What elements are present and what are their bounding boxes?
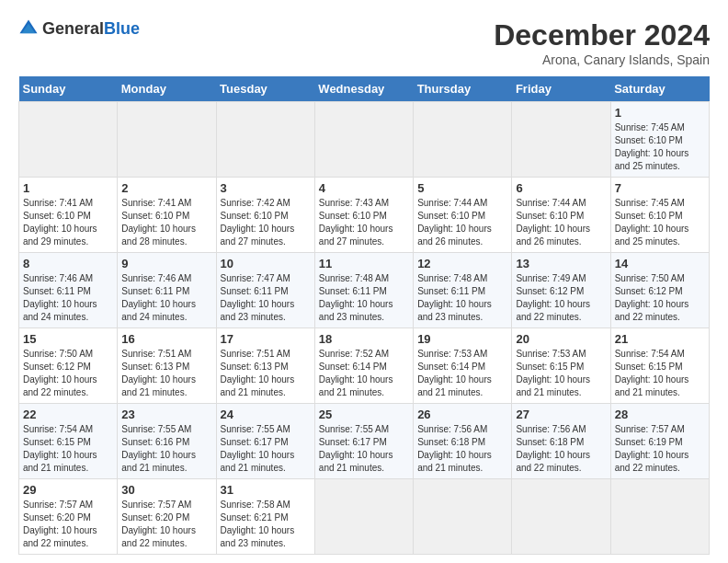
day-info: Sunrise: 7:44 AMSunset: 6:10 PMDaylight:… bbox=[516, 198, 590, 247]
day-number: 25 bbox=[319, 408, 409, 421]
day-number: 16 bbox=[121, 332, 211, 346]
day-number: 26 bbox=[417, 408, 507, 421]
day-info: Sunrise: 7:50 AMSunset: 6:12 PMDaylight:… bbox=[615, 273, 689, 322]
day-number: 1 bbox=[23, 181, 113, 195]
day-number: 10 bbox=[221, 257, 311, 270]
calendar-cell: 22Sunrise: 7:54 AMSunset: 6:15 PMDayligh… bbox=[19, 404, 118, 479]
calendar-cell: 11Sunrise: 7:48 AMSunset: 6:11 PMDayligh… bbox=[314, 253, 413, 328]
day-info: Sunrise: 7:41 AMSunset: 6:10 PMDaylight:… bbox=[121, 198, 196, 247]
day-info: Sunrise: 7:56 AMSunset: 6:18 PMDaylight:… bbox=[516, 424, 590, 473]
day-info: Sunrise: 7:53 AMSunset: 6:14 PMDaylight:… bbox=[417, 349, 492, 397]
day-info: Sunrise: 7:45 AMSunset: 6:10 PMDaylight:… bbox=[615, 198, 689, 247]
calendar-table: SundayMondayTuesdayWednesdayThursdayFrid… bbox=[18, 76, 710, 555]
calendar-cell: 10Sunrise: 7:47 AMSunset: 6:11 PMDayligh… bbox=[216, 253, 314, 328]
day-info: Sunrise: 7:46 AMSunset: 6:11 PMDaylight:… bbox=[23, 273, 97, 322]
day-number: 18 bbox=[319, 332, 409, 346]
day-number: 23 bbox=[121, 408, 211, 421]
calendar-cell: 29Sunrise: 7:57 AMSunset: 6:20 PMDayligh… bbox=[19, 479, 118, 555]
day-info: Sunrise: 7:54 AMSunset: 6:15 PMDaylight:… bbox=[615, 349, 689, 397]
day-number: 6 bbox=[516, 181, 606, 195]
day-info: Sunrise: 7:49 AMSunset: 6:12 PMDaylight:… bbox=[516, 273, 590, 322]
calendar-cell: 16Sunrise: 7:51 AMSunset: 6:13 PMDayligh… bbox=[118, 328, 216, 404]
calendar-cell: 31Sunrise: 7:58 AMSunset: 6:21 PMDayligh… bbox=[216, 479, 314, 555]
calendar-cell: 14Sunrise: 7:50 AMSunset: 6:12 PMDayligh… bbox=[610, 253, 709, 328]
calendar-cell: 1Sunrise: 7:41 AMSunset: 6:10 PMDaylight… bbox=[19, 178, 118, 253]
header-monday: Monday bbox=[118, 76, 216, 102]
calendar-cell bbox=[19, 102, 118, 178]
calendar-cell bbox=[314, 102, 413, 178]
calendar-cell: 9Sunrise: 7:46 AMSunset: 6:11 PMDaylight… bbox=[118, 253, 216, 328]
calendar-cell: 6Sunrise: 7:44 AMSunset: 6:10 PMDaylight… bbox=[512, 178, 610, 253]
calendar-cell bbox=[216, 102, 314, 178]
calendar-cell: 19Sunrise: 7:53 AMSunset: 6:14 PMDayligh… bbox=[414, 328, 512, 404]
calendar-week-row: 1Sunrise: 7:45 AMSunset: 6:10 PMDaylight… bbox=[19, 102, 710, 178]
day-number: 22 bbox=[23, 408, 113, 421]
day-number: 13 bbox=[516, 257, 606, 270]
header-saturday: Saturday bbox=[610, 76, 709, 102]
day-info: Sunrise: 7:47 AMSunset: 6:11 PMDaylight:… bbox=[221, 273, 295, 322]
day-info: Sunrise: 7:45 AMSunset: 6:10 PMDaylight:… bbox=[615, 122, 689, 171]
calendar-cell: 8Sunrise: 7:46 AMSunset: 6:11 PMDaylight… bbox=[19, 253, 118, 328]
day-info: Sunrise: 7:57 AMSunset: 6:20 PMDaylight:… bbox=[121, 500, 196, 548]
day-info: Sunrise: 7:52 AMSunset: 6:14 PMDaylight:… bbox=[319, 349, 393, 397]
logo-icon bbox=[18, 18, 39, 39]
calendar-week-row: 1Sunrise: 7:41 AMSunset: 6:10 PMDaylight… bbox=[19, 178, 710, 253]
page-title: December 2024 bbox=[494, 18, 710, 52]
calendar-cell: 5Sunrise: 7:44 AMSunset: 6:10 PMDaylight… bbox=[414, 178, 512, 253]
header-wednesday: Wednesday bbox=[314, 76, 413, 102]
day-info: Sunrise: 7:42 AMSunset: 6:10 PMDaylight:… bbox=[221, 198, 295, 247]
calendar-cell: 20Sunrise: 7:53 AMSunset: 6:15 PMDayligh… bbox=[512, 328, 610, 404]
day-info: Sunrise: 7:51 AMSunset: 6:13 PMDaylight:… bbox=[121, 349, 196, 397]
day-number: 31 bbox=[221, 483, 311, 497]
calendar-cell: 18Sunrise: 7:52 AMSunset: 6:14 PMDayligh… bbox=[314, 328, 413, 404]
calendar-cell: 17Sunrise: 7:51 AMSunset: 6:13 PMDayligh… bbox=[216, 328, 314, 404]
calendar-cell: 13Sunrise: 7:49 AMSunset: 6:12 PMDayligh… bbox=[512, 253, 610, 328]
day-number: 3 bbox=[221, 181, 311, 195]
day-number: 30 bbox=[121, 483, 211, 497]
calendar-cell: 7Sunrise: 7:45 AMSunset: 6:10 PMDaylight… bbox=[610, 178, 709, 253]
calendar-cell: 21Sunrise: 7:54 AMSunset: 6:15 PMDayligh… bbox=[610, 328, 709, 404]
calendar-cell: 23Sunrise: 7:55 AMSunset: 6:16 PMDayligh… bbox=[118, 404, 216, 479]
day-info: Sunrise: 7:53 AMSunset: 6:15 PMDaylight:… bbox=[516, 349, 590, 397]
day-info: Sunrise: 7:44 AMSunset: 6:10 PMDaylight:… bbox=[417, 198, 492, 247]
day-info: Sunrise: 7:57 AMSunset: 6:19 PMDaylight:… bbox=[615, 424, 689, 473]
day-number: 12 bbox=[417, 257, 507, 270]
day-info: Sunrise: 7:50 AMSunset: 6:12 PMDaylight:… bbox=[23, 349, 97, 397]
page-subtitle: Arona, Canary Islands, Spain bbox=[494, 52, 710, 67]
calendar-cell bbox=[414, 479, 512, 555]
day-number: 5 bbox=[417, 181, 507, 195]
calendar-cell bbox=[118, 102, 216, 178]
title-block: December 2024 Arona, Canary Islands, Spa… bbox=[494, 18, 710, 67]
day-info: Sunrise: 7:48 AMSunset: 6:11 PMDaylight:… bbox=[319, 273, 393, 322]
calendar-cell bbox=[610, 479, 709, 555]
calendar-cell bbox=[314, 479, 413, 555]
calendar-cell: 4Sunrise: 7:43 AMSunset: 6:10 PMDaylight… bbox=[314, 178, 413, 253]
day-info: Sunrise: 7:46 AMSunset: 6:11 PMDaylight:… bbox=[121, 273, 196, 322]
day-number: 21 bbox=[615, 332, 705, 346]
day-number: 20 bbox=[516, 332, 606, 346]
calendar-cell: 12Sunrise: 7:48 AMSunset: 6:11 PMDayligh… bbox=[414, 253, 512, 328]
calendar-cell: 24Sunrise: 7:55 AMSunset: 6:17 PMDayligh… bbox=[216, 404, 314, 479]
day-number: 28 bbox=[615, 408, 705, 421]
calendar-week-row: 15Sunrise: 7:50 AMSunset: 6:12 PMDayligh… bbox=[19, 328, 710, 404]
calendar-week-row: 22Sunrise: 7:54 AMSunset: 6:15 PMDayligh… bbox=[19, 404, 710, 479]
calendar-cell: 25Sunrise: 7:55 AMSunset: 6:17 PMDayligh… bbox=[314, 404, 413, 479]
day-info: Sunrise: 7:51 AMSunset: 6:13 PMDaylight:… bbox=[221, 349, 295, 397]
day-number: 27 bbox=[516, 408, 606, 421]
calendar-cell bbox=[512, 479, 610, 555]
calendar-cell bbox=[414, 102, 512, 178]
day-number: 19 bbox=[417, 332, 507, 346]
calendar-week-row: 8Sunrise: 7:46 AMSunset: 6:11 PMDaylight… bbox=[19, 253, 710, 328]
day-number: 7 bbox=[615, 181, 705, 195]
day-number: 14 bbox=[615, 257, 705, 270]
header-friday: Friday bbox=[512, 76, 610, 102]
calendar-cell: 2Sunrise: 7:41 AMSunset: 6:10 PMDaylight… bbox=[118, 178, 216, 253]
day-info: Sunrise: 7:55 AMSunset: 6:16 PMDaylight:… bbox=[121, 424, 196, 473]
logo: GeneralBlue bbox=[18, 18, 140, 39]
day-number: 8 bbox=[23, 257, 113, 270]
day-info: Sunrise: 7:57 AMSunset: 6:20 PMDaylight:… bbox=[23, 500, 97, 548]
header-thursday: Thursday bbox=[414, 76, 512, 102]
page-header: GeneralBlue December 2024 Arona, Canary … bbox=[18, 18, 710, 67]
logo-general: GeneralBlue bbox=[42, 19, 140, 39]
day-info: Sunrise: 7:41 AMSunset: 6:10 PMDaylight:… bbox=[23, 198, 97, 247]
